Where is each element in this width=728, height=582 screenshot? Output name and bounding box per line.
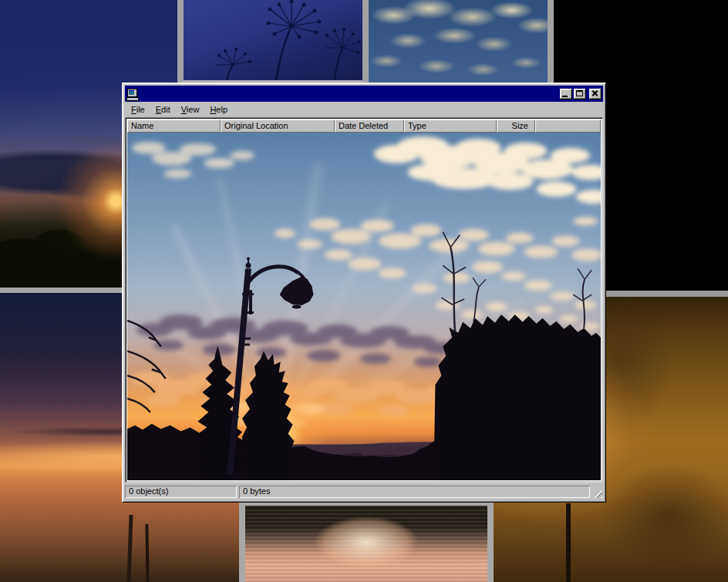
recycle-bin-window: File Edit View Help Name Original Locati… <box>122 82 606 503</box>
status-bar: 0 object(s) 0 bytes <box>125 484 603 500</box>
background-photo-clouds <box>362 0 554 85</box>
maximize-button[interactable] <box>574 89 586 99</box>
file-list-view: Name Original Location Date Deleted Type… <box>125 117 603 483</box>
lamp-pole-continuation <box>566 503 571 582</box>
column-header-date-deleted[interactable]: Date Deleted <box>335 119 404 133</box>
background-photo-flowers <box>177 0 362 85</box>
status-object-count: 0 object(s) <box>125 486 237 498</box>
water-pole <box>126 515 133 582</box>
close-button[interactable] <box>589 89 602 99</box>
menu-edit[interactable]: Edit <box>150 103 176 116</box>
column-header-type[interactable]: Type <box>404 119 497 133</box>
menu-view[interactable]: View <box>176 103 205 116</box>
minimize-icon <box>562 96 568 97</box>
column-header-original-location[interactable]: Original Location <box>221 119 335 133</box>
column-header-filler <box>535 119 601 133</box>
menu-file[interactable]: File <box>126 103 150 116</box>
column-header-size[interactable]: Size <box>497 119 535 133</box>
sunset-photo-graphic <box>127 133 601 480</box>
desktop: File Edit View Help Name Original Locati… <box>0 0 728 582</box>
flower-silhouettes-graphic <box>184 0 362 80</box>
resize-grip[interactable] <box>592 488 602 498</box>
menu-bar: File Edit View Help <box>125 102 603 117</box>
list-background-photo[interactable] <box>127 133 601 480</box>
background-photo-reflections <box>239 500 494 582</box>
maximize-icon <box>576 90 583 96</box>
menu-help[interactable]: Help <box>204 103 233 116</box>
column-header-name[interactable]: Name <box>127 119 221 133</box>
title-bar[interactable] <box>125 86 603 102</box>
my-computer-icon[interactable] <box>126 89 138 99</box>
column-header-row: Name Original Location Date Deleted Type… <box>127 119 601 133</box>
water-pole <box>145 524 149 582</box>
status-size: 0 bytes <box>239 486 590 498</box>
minimize-button[interactable] <box>560 89 572 99</box>
